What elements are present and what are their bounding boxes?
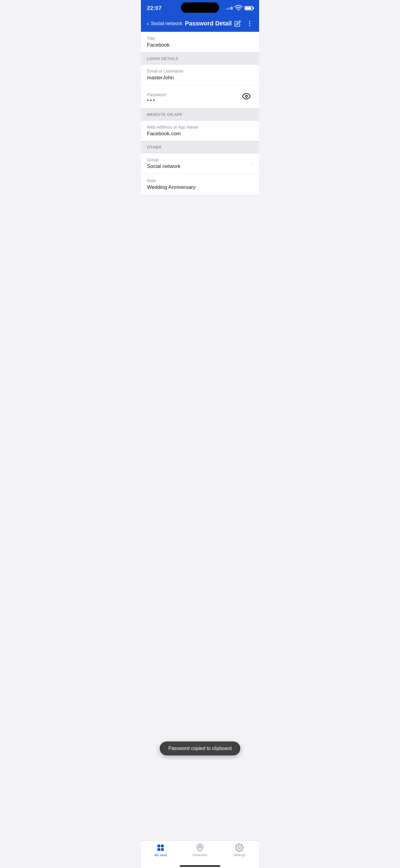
back-text: Social network	[151, 21, 182, 26]
password-content: Password ●●●	[147, 92, 240, 102]
title-field: Title Facebook	[141, 32, 259, 52]
nav-actions	[234, 20, 253, 27]
password-label: Password	[147, 92, 240, 97]
password-field: Password ●●●	[141, 85, 259, 108]
login-header-text: LOGIN DETAILS	[147, 56, 178, 61]
tab-settings[interactable]: Settings	[227, 843, 252, 857]
settings-label: Settings	[233, 853, 246, 857]
website-header-text: WEBSITE OR APP	[147, 112, 183, 117]
svg-point-3	[246, 95, 248, 97]
svg-point-8	[199, 846, 201, 848]
status-icons	[226, 4, 253, 12]
generator-icon	[196, 843, 204, 852]
username-value: masterJohn	[147, 75, 253, 81]
generator-label: Generator	[193, 853, 207, 857]
svg-rect-7	[161, 848, 164, 851]
other-section-header: OTHER	[141, 141, 259, 153]
svg-rect-4	[158, 845, 160, 847]
website-value: Facebook.com	[147, 131, 253, 137]
password-dots: ●●●	[147, 98, 240, 102]
title-section: Title Facebook	[141, 32, 259, 52]
svg-point-9	[238, 847, 240, 849]
svg-rect-5	[161, 845, 164, 847]
other-header-text: OTHER	[147, 145, 162, 150]
group-content: Group Social network	[147, 157, 251, 169]
eye-icon	[242, 92, 251, 100]
login-section-header: LOGIN DETAILS	[141, 52, 259, 64]
group-field[interactable]: Group Social network ›	[141, 153, 259, 174]
my-vault-icon	[156, 843, 165, 852]
back-button[interactable]: ‹ Social network	[147, 20, 182, 27]
home-indicator	[141, 863, 259, 868]
note-value: Wedding Anniversary	[147, 184, 253, 190]
settings-icon	[235, 843, 244, 852]
home-indicator-bar	[180, 865, 220, 867]
edit-icon[interactable]	[234, 20, 241, 27]
toggle-password-button[interactable]	[240, 90, 253, 104]
note-label: Note	[147, 178, 253, 183]
main-content: Title Facebook LOGIN DETAILS Email or Us…	[141, 32, 259, 840]
chevron-right-icon: ›	[251, 160, 253, 167]
svg-point-2	[249, 25, 250, 26]
group-value: Social network	[147, 163, 251, 169]
tab-bar: My vault Generator Settings	[141, 840, 259, 863]
username-field: Email or Username masterJohn	[141, 64, 259, 85]
dynamic-island	[181, 2, 219, 13]
tab-generator[interactable]: Generator	[188, 843, 212, 857]
battery-icon	[245, 6, 253, 10]
back-arrow-icon: ‹	[147, 20, 149, 27]
svg-point-1	[249, 23, 250, 24]
website-section-header: WEBSITE OR APP	[141, 108, 259, 120]
wifi-icon	[234, 4, 243, 12]
username-label: Email or Username	[147, 69, 253, 73]
empty-area	[141, 195, 259, 249]
more-icon[interactable]	[246, 20, 253, 27]
status-time: 22:07	[147, 5, 162, 11]
group-label: Group	[147, 157, 251, 162]
toast-message: Password copied to clipboard	[160, 742, 240, 755]
title-value: Facebook	[147, 42, 253, 48]
website-label: Web Address or App Name	[147, 125, 253, 129]
tab-my-vault[interactable]: My vault	[148, 843, 173, 857]
signal-icon	[226, 7, 232, 10]
page-title: Password Detail	[185, 20, 232, 27]
title-label: Title	[147, 36, 253, 41]
my-vault-label: My vault	[154, 853, 167, 857]
website-field: Web Address or App Name Facebook.com	[141, 120, 259, 141]
login-section: Email or Username masterJohn Password ●●…	[141, 64, 259, 108]
status-bar: 22:07	[141, 0, 259, 17]
nav-header: ‹ Social network Password Detail	[141, 17, 259, 32]
toast-container: Password copied to clipboard	[141, 742, 259, 755]
svg-rect-6	[158, 848, 160, 851]
website-section: Web Address or App Name Facebook.com	[141, 120, 259, 141]
svg-point-0	[249, 21, 250, 22]
note-field: Note Wedding Anniversary	[141, 174, 259, 195]
other-section: Group Social network › Note Wedding Anni…	[141, 153, 259, 195]
